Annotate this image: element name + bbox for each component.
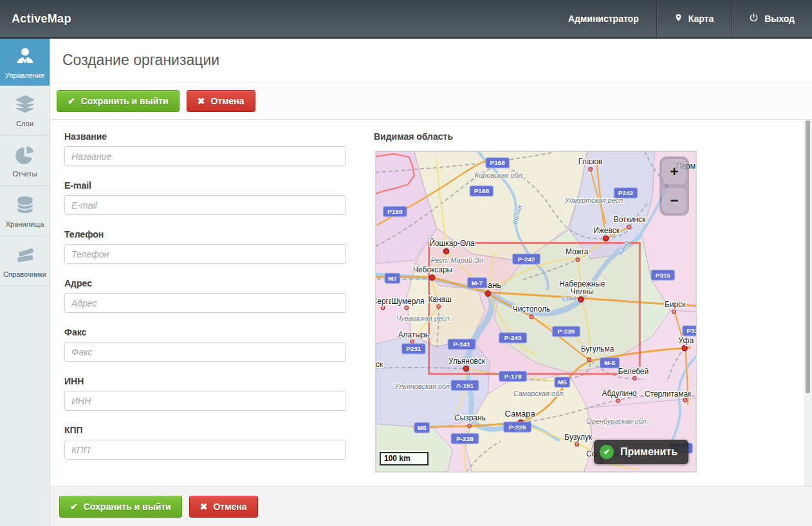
map-city-marker xyxy=(437,305,441,308)
save-exit-label: Сохранить и выйти xyxy=(84,502,171,512)
layers-icon xyxy=(14,93,37,117)
sidebar-item-references[interactable]: Справочники xyxy=(0,236,50,286)
map-zoom-control: + − xyxy=(660,156,689,216)
map-region-label: Респ. Марий-Эл xyxy=(431,256,484,264)
scrollbar[interactable] xyxy=(804,120,812,486)
cancel-label: Отмена xyxy=(213,502,246,512)
header-map-link[interactable]: Карта xyxy=(657,0,732,37)
map-city-marker xyxy=(683,399,687,402)
name-input[interactable] xyxy=(64,146,346,166)
map-city-marker xyxy=(468,424,472,427)
content-area: НазваниеE-mailТелефонАдресФаксИННКПП Вид… xyxy=(50,120,812,486)
save-exit-button-bottom[interactable]: ✔ Сохранить и выйти xyxy=(59,496,182,518)
map-region-label: Чувашская респ. xyxy=(396,314,452,322)
map-city-label: Ульяновск xyxy=(448,357,486,366)
app-window: ActiveMap Администратор Карта Выход Упра… xyxy=(0,0,812,526)
sidebar-item-storages[interactable]: Хранилища xyxy=(0,186,50,236)
app-logo: ActiveMap xyxy=(12,12,71,26)
save-exit-button[interactable]: ✔ Сохранить и выйти xyxy=(57,90,180,112)
sidebar: УправлениеСлоиОтчетыХранилищаСправочники xyxy=(0,39,50,526)
name-field: Название xyxy=(64,131,346,166)
map-city-label: Челны xyxy=(571,287,594,296)
map-city-marker xyxy=(405,306,409,310)
sidebar-item-label: Управление xyxy=(5,71,44,79)
name-label: Название xyxy=(64,131,346,142)
phone-field: Телефон xyxy=(64,229,346,264)
fax-label: Факс xyxy=(64,327,346,337)
map-city-marker xyxy=(672,310,676,314)
header-user-menu[interactable]: Администратор xyxy=(551,0,656,37)
apply-label: Применить xyxy=(620,446,678,458)
map-city-marker xyxy=(589,167,593,171)
road-badge-label: М7 xyxy=(388,275,397,282)
organization-form: НазваниеE-mailТелефонАдресФаксИННКПП xyxy=(64,131,346,474)
map-city-label: Глазов xyxy=(578,157,603,166)
inn-input[interactable] xyxy=(64,391,346,411)
sidebar-item-label: Слои xyxy=(16,120,33,127)
fax-input[interactable] xyxy=(64,342,346,362)
x-icon: ✖ xyxy=(200,502,208,512)
scrollbar-thumb[interactable] xyxy=(806,120,810,393)
power-icon xyxy=(749,13,759,24)
map-region-label: Самарская обл. xyxy=(513,390,566,397)
map-city-marker xyxy=(603,236,608,241)
address-input[interactable] xyxy=(64,293,346,313)
sidebar-item-management[interactable]: Управление xyxy=(0,39,50,86)
road-badge-label: Р315 xyxy=(687,327,696,334)
road-badge-label: А-151 xyxy=(456,382,474,389)
map-city-marker xyxy=(381,306,385,310)
map-city-label: Чебоксары xyxy=(413,265,452,274)
map-city-label: Абдулино xyxy=(602,389,637,398)
road-badge-label: Р-242 xyxy=(518,256,535,263)
map-city-label: Ижевск xyxy=(593,226,620,235)
map-city-label: Шумерля xyxy=(391,297,424,306)
sidebar-item-label: Отчеты xyxy=(12,170,37,178)
top-header: ActiveMap Администратор Карта Выход xyxy=(0,0,812,39)
cancel-label: Отмена xyxy=(210,96,244,106)
visible-area-panel: Видимая область xyxy=(375,131,697,473)
road-badge-label: Р-228 xyxy=(456,435,474,442)
kpp-input[interactable] xyxy=(64,440,346,460)
sidebar-item-reports[interactable]: Отчеты xyxy=(0,136,50,186)
map[interactable]: Кировская обл.Удмуртская респ.Респ. Мари… xyxy=(375,151,697,473)
email-input[interactable] xyxy=(64,195,346,215)
map-city-label: Уфа xyxy=(678,336,694,345)
page-title-bar: Создание организации xyxy=(50,39,812,82)
road-badge-label: Р-240 xyxy=(504,334,522,341)
map-city-label: Можга xyxy=(566,247,589,256)
map-city-marker xyxy=(443,249,448,254)
map-city-marker xyxy=(682,346,687,351)
map-city-label: Самара xyxy=(505,409,536,418)
address-label: Адрес xyxy=(64,278,346,288)
map-city-marker xyxy=(530,315,533,319)
road-badge-label: М5 xyxy=(558,379,567,386)
email-label: E-mail xyxy=(64,180,346,191)
sidebar-item-label: Хранилища xyxy=(6,220,44,228)
sidebar-item-label: Справочники xyxy=(3,270,46,278)
zoom-out-button[interactable]: − xyxy=(662,188,687,213)
apply-button[interactable]: ✔ Применить xyxy=(594,440,688,464)
road-badge-label: Р242 xyxy=(618,189,634,196)
save-exit-label: Сохранить и выйти xyxy=(81,96,169,106)
toolbar-bottom: ✔ Сохранить и выйти ✖ Отмена xyxy=(50,486,812,526)
cancel-button-bottom[interactable]: ✖ Отмена xyxy=(189,496,258,518)
cancel-button[interactable]: ✖ Отмена xyxy=(187,90,255,112)
header-logout[interactable]: Выход xyxy=(732,0,812,37)
road-badge-label: Р-241 xyxy=(453,341,470,348)
map-city-marker xyxy=(411,340,414,344)
zoom-in-button[interactable]: + xyxy=(662,159,687,184)
pie-chart-icon xyxy=(14,144,37,167)
map-city-marker xyxy=(616,399,620,403)
road-badge-label: Р168 xyxy=(474,187,490,194)
road-badge-label: Р-239 xyxy=(558,328,575,335)
map-scale: 100 km xyxy=(380,452,429,465)
map-city-marker xyxy=(587,358,591,362)
map-city-label: Бирск xyxy=(665,300,686,309)
kpp-label: КПП xyxy=(64,425,346,435)
inn-field: ИНН xyxy=(64,376,346,411)
phone-input[interactable] xyxy=(64,244,346,264)
page-title: Создание организации xyxy=(62,52,219,69)
check-icon: ✔ xyxy=(68,96,75,106)
sidebar-item-layers[interactable]: Слои xyxy=(0,86,50,136)
kpp-field: КПП xyxy=(64,425,346,460)
